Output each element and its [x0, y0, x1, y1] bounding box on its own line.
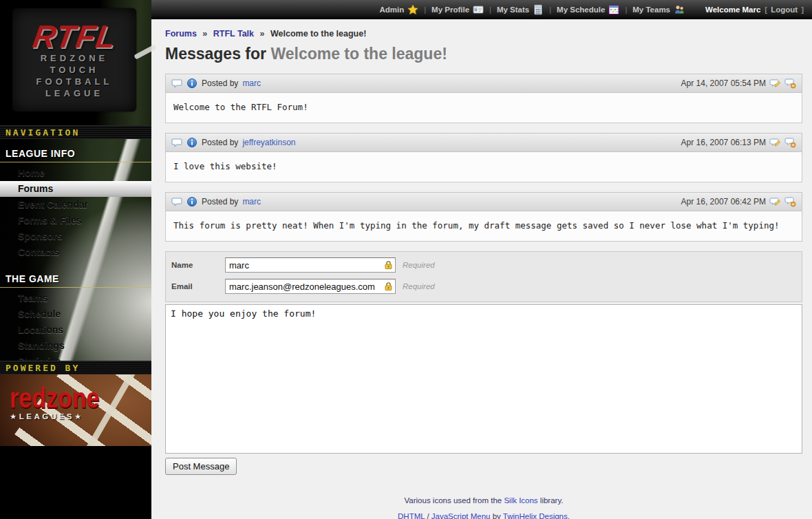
footer-text: .: [568, 512, 570, 519]
breadcrumb-current: Welcome to the league!: [270, 29, 366, 39]
message-meta: Apr 14, 2007 05:54 PM: [681, 78, 796, 89]
footer-text: /: [425, 512, 431, 519]
nav-section-league-info: LEAGUE INFO: [0, 145, 151, 162]
sidebar-item-sponsors[interactable]: Sponsors: [0, 229, 151, 244]
sidebar-item-teams[interactable]: Teams: [0, 290, 151, 306]
sidebar: RTFL REDZONE TOUCH FOOTBALL LEAGUE NAVIG…: [0, 0, 151, 519]
logo-line: LEAGUE: [45, 87, 103, 99]
calculator-icon: [533, 4, 544, 15]
name-input[interactable]: [225, 257, 396, 273]
lock-icon: [384, 282, 393, 291]
email-input-wrap: [225, 279, 396, 294]
name-row: Name Required: [171, 257, 796, 273]
message-author-link[interactable]: marc: [242, 78, 261, 88]
page-title: Messages for Welcome to the league!: [165, 45, 802, 63]
posted-by-label: Posted by: [202, 197, 238, 206]
lock-icon: [384, 260, 393, 270]
message-post: Posted by jeffreyatkinson Apr 16, 2007 0…: [165, 133, 802, 182]
redzone-leagues-banner[interactable]: redzone ★LEAGUES★: [0, 374, 151, 446]
powered-by-header: POWERED BY: [0, 361, 151, 374]
message-date: Apr 16, 2007 06:13 PM: [681, 138, 766, 147]
comment-delete-icon[interactable]: [784, 196, 796, 207]
vcard-icon: [473, 4, 484, 15]
email-row: Email Required: [171, 279, 796, 294]
topbar-item-my-stats[interactable]: My Stats: [491, 4, 549, 15]
dhtml-link[interactable]: DHTML: [398, 512, 425, 519]
sidebar-item-contacts[interactable]: Contacts: [0, 244, 151, 260]
sidebar-item-event-calendar[interactable]: Event Calendar: [0, 197, 151, 213]
footer-line-icons: Various icons used from the Silk Icons l…: [165, 493, 802, 509]
topbar-item-my-teams[interactable]: My Teams: [627, 4, 690, 15]
comment-edit-icon[interactable]: [769, 137, 781, 148]
message-author-link[interactable]: jeffreyatkinson: [242, 138, 295, 147]
navigation-header: NAVIGATION: [0, 125, 151, 139]
message-date: Apr 14, 2007 05:54 PM: [681, 78, 766, 88]
welcome-user-label: Welcome Marc: [701, 6, 765, 14]
information-icon[interactable]: [186, 78, 197, 89]
comment-edit-icon[interactable]: [769, 78, 781, 89]
sidebar-filler: [0, 446, 151, 519]
breadcrumb-forums-link[interactable]: Forums: [165, 29, 197, 39]
topbar-item-my-schedule[interactable]: My Schedule: [551, 4, 625, 15]
sidebar-item-forms-files[interactable]: Forms & Files: [0, 213, 151, 229]
information-icon[interactable]: [186, 196, 197, 207]
comment-icon: [171, 137, 182, 148]
required-label: Required: [403, 261, 435, 269]
comment-edit-icon[interactable]: [769, 196, 781, 207]
email-input[interactable]: [225, 279, 396, 294]
message-textarea[interactable]: I hope you enjoy the forum!: [165, 304, 802, 454]
nav-section-the-game: THE GAME: [0, 270, 151, 288]
topbar-item-label: Admin: [379, 6, 404, 14]
league-logo-area: RTFL REDZONE TOUCH FOOTBALL LEAGUE: [0, 0, 151, 125]
page-title-topic: Welcome to the league!: [270, 45, 447, 63]
topbar-item-label: My Teams: [632, 6, 670, 14]
footer-line-menu: DHTML / JavaScript Menu by TwinHelix Des…: [165, 509, 802, 519]
comment-delete-icon[interactable]: [784, 137, 796, 148]
email-label: Email: [171, 282, 225, 290]
logout-link[interactable]: Logout: [767, 6, 801, 14]
sidebar-nav: LEAGUE INFO Home Forums Event Calendar F…: [0, 139, 151, 361]
name-input-wrap: [225, 257, 396, 273]
message-header: Posted by marc Apr 14, 2007 05:54 PM: [165, 74, 802, 93]
sidebar-item-home[interactable]: Home: [0, 165, 151, 181]
topbar-item-label: My Profile: [431, 6, 469, 14]
breadcrumb-separator: »: [257, 29, 268, 39]
topbar-item-label: My Schedule: [557, 6, 605, 14]
footer: Various icons used from the Silk Icons l…: [165, 493, 802, 519]
information-icon[interactable]: [186, 137, 197, 148]
logout-bracket: ]: [801, 6, 804, 14]
breadcrumb: Forums » RTFL Talk » Welcome to the leag…: [165, 29, 802, 39]
sidebar-item-standings[interactable]: Standings: [0, 338, 151, 354]
sidebar-item-locations[interactable]: Locations: [0, 322, 151, 338]
page-title-prefix: Messages for: [165, 45, 270, 63]
sidebar-item-schedule[interactable]: Schedule: [0, 306, 151, 322]
sidebar-item-forums[interactable]: Forums: [0, 181, 151, 197]
footer-text: Various icons used from the: [405, 496, 504, 505]
post-message-button[interactable]: Post Message: [165, 458, 237, 475]
league-logo[interactable]: RTFL REDZONE TOUCH FOOTBALL LEAGUE: [12, 8, 136, 112]
message-meta: Apr 16, 2007 06:13 PM: [681, 137, 796, 148]
message-post: Posted by marc Apr 14, 2007 05:54 PM Wel…: [165, 74, 802, 123]
posted-by-label: Posted by: [202, 138, 238, 147]
message-post: Posted by marc Apr 16, 2007 06:42 PM Thi…: [165, 192, 802, 242]
javascript-menu-link[interactable]: JavaScript Menu: [431, 512, 491, 519]
content: Forums » RTFL Talk » Welcome to the leag…: [151, 19, 812, 519]
breadcrumb-separator: »: [199, 29, 211, 39]
topbar-item-my-profile[interactable]: My Profile: [426, 4, 489, 15]
reply-form-panel: Name Required Email Required: [165, 251, 802, 302]
message-meta: Apr 16, 2007 06:42 PM: [681, 196, 796, 207]
comment-delete-icon[interactable]: [784, 78, 796, 89]
message-body: I love this website!: [165, 152, 802, 182]
message-author-link[interactable]: marc: [242, 197, 261, 206]
message-body: This forum is pretty neat! When I'm typi…: [165, 211, 802, 242]
breadcrumb-rtfl-talk-link[interactable]: RTFL Talk: [213, 29, 254, 39]
topbar: Admin | My Profile | My Stats | My Sched…: [151, 0, 812, 19]
posted-by-label: Posted by: [202, 78, 238, 88]
logo-line: FOOTBALL: [36, 76, 113, 87]
comment-icon: [171, 78, 182, 89]
topbar-item-admin[interactable]: Admin: [374, 4, 424, 15]
star-icon: [407, 4, 418, 15]
twinhelix-designs-link[interactable]: TwinHelix Designs: [503, 512, 568, 519]
message-body: Welcome to the RTFL Forum!: [165, 93, 802, 123]
silk-icons-link[interactable]: Silk Icons: [504, 496, 537, 505]
